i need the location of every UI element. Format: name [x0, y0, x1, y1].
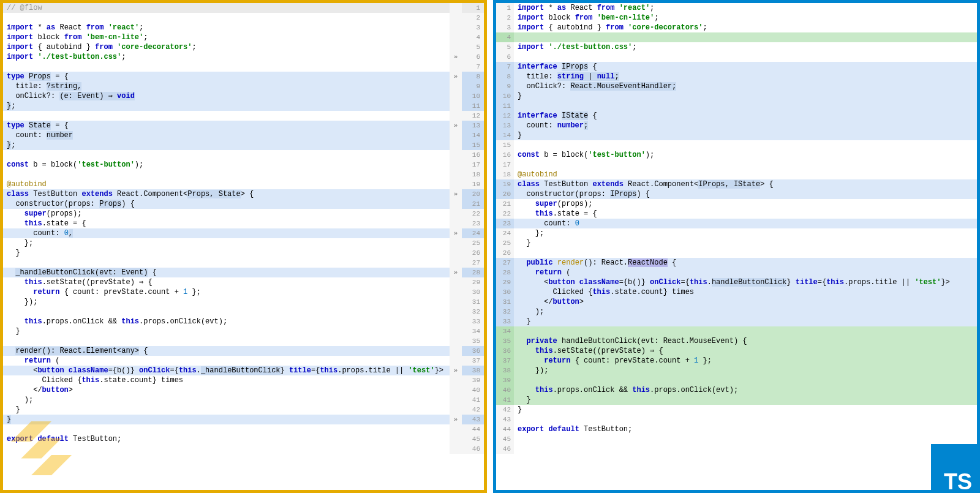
code-line[interactable]: 18@autobind [496, 170, 977, 179]
code-line[interactable]: 18 [3, 170, 484, 179]
fold-indicator[interactable] [450, 209, 462, 219]
line-number[interactable]: 10 [462, 91, 484, 101]
fold-indicator[interactable] [450, 219, 462, 228]
code-line[interactable]: });31 [3, 297, 484, 307]
line-number[interactable]: 19 [462, 179, 484, 189]
line-number[interactable]: 17 [496, 160, 514, 170]
code-line[interactable]: 17 [496, 160, 977, 170]
fold-indicator[interactable] [450, 248, 462, 258]
code-line[interactable]: 14} [496, 130, 977, 140]
code-line[interactable]: );41 [3, 395, 484, 405]
fold-indicator[interactable] [450, 336, 462, 346]
line-number[interactable]: 22 [462, 209, 484, 219]
line-number[interactable]: 31 [462, 297, 484, 307]
line-number[interactable]: 42 [496, 405, 514, 415]
code-line[interactable]: onClick?: (e: Event) ⇒ void10 [3, 91, 484, 101]
line-number[interactable]: 41 [462, 395, 484, 405]
line-number[interactable]: 7 [462, 62, 484, 72]
code-line[interactable]: 38 }); [496, 366, 977, 375]
code-line[interactable]: @autobind19 [3, 179, 484, 189]
fold-indicator[interactable] [450, 13, 462, 23]
code-line[interactable]: render(): React.Element<any> {36 [3, 346, 484, 356]
editor-right[interactable]: 1import * as React from 'react';2import … [496, 3, 977, 490]
code-line[interactable]: 43 [496, 415, 977, 424]
fold-indicator[interactable] [450, 356, 462, 366]
line-number[interactable]: 14 [496, 130, 514, 140]
code-line[interactable]: class TestButton extends React.Component… [3, 189, 484, 199]
line-number[interactable]: 32 [496, 307, 514, 317]
code-line[interactable]: 2 [3, 13, 484, 23]
code-line[interactable]: 44 [3, 424, 484, 434]
fold-indicator[interactable] [450, 32, 462, 42]
code-line[interactable]: }42 [3, 405, 484, 415]
line-number[interactable]: 9 [462, 81, 484, 91]
line-number[interactable]: 9 [496, 81, 514, 91]
line-number[interactable]: 3 [462, 23, 484, 32]
code-line[interactable]: 27 [3, 258, 484, 268]
line-number[interactable]: 12 [462, 111, 484, 121]
line-number[interactable]: 27 [462, 258, 484, 268]
code-line[interactable]: import './test-button.css';»6 [3, 52, 484, 62]
line-number[interactable]: 1 [462, 3, 484, 13]
line-number[interactable]: 36 [462, 346, 484, 356]
code-line[interactable]: return { count: prevState.count + 1 };30 [3, 287, 484, 297]
line-number[interactable]: 4 [496, 32, 514, 42]
fold-indicator[interactable]: » [450, 366, 462, 375]
code-line[interactable]: };11 [3, 101, 484, 111]
code-line[interactable]: 33 } [496, 317, 977, 326]
code-line[interactable]: type Props = {»8 [3, 72, 484, 81]
line-number[interactable]: 16 [496, 150, 514, 160]
code-line[interactable]: 13 count: number; [496, 121, 977, 130]
fold-indicator[interactable] [450, 62, 462, 72]
fold-indicator[interactable] [450, 395, 462, 405]
line-number[interactable]: 11 [462, 101, 484, 111]
code-line[interactable]: 1import * as React from 'react'; [496, 3, 977, 13]
code-line[interactable]: return (37 [3, 356, 484, 366]
fold-indicator[interactable] [450, 385, 462, 395]
line-number[interactable]: 23 [496, 219, 514, 228]
line-number[interactable]: 15 [462, 140, 484, 150]
code-line[interactable]: constructor(props: Props) {21 [3, 199, 484, 209]
code-line[interactable]: 24 }; [496, 228, 977, 238]
fold-indicator[interactable]: » [450, 121, 462, 130]
fold-indicator[interactable] [450, 424, 462, 434]
code-line[interactable]: 12interface IState { [496, 111, 977, 121]
line-number[interactable]: 36 [496, 346, 514, 356]
line-number[interactable]: 33 [462, 317, 484, 326]
code-line[interactable]: 12 [3, 111, 484, 121]
line-number[interactable]: 26 [496, 248, 514, 258]
code-line[interactable]: 35 private handleButtonClick(evt: React.… [496, 336, 977, 346]
line-number[interactable]: 37 [462, 356, 484, 366]
line-number[interactable]: 20 [462, 189, 484, 199]
line-number[interactable]: 34 [496, 326, 514, 336]
line-number[interactable]: 15 [496, 140, 514, 150]
line-number[interactable]: 4 [462, 32, 484, 42]
fold-indicator[interactable] [450, 199, 462, 209]
code-line[interactable]: title: ?string,9 [3, 81, 484, 91]
code-line[interactable]: };25 [3, 238, 484, 248]
code-line[interactable]: 32 [3, 307, 484, 317]
line-number[interactable]: 10 [496, 91, 514, 101]
code-line[interactable]: // @flow1 [3, 3, 484, 13]
line-number[interactable]: 40 [462, 385, 484, 395]
line-number[interactable]: 11 [496, 101, 514, 111]
fold-indicator[interactable] [450, 307, 462, 317]
code-line[interactable]: const b = block('test-button');17 [3, 160, 484, 170]
code-line[interactable]: 36 this.setState((prevState) ⇒ { [496, 346, 977, 356]
code-line[interactable]: 44export default TestButton; [496, 424, 977, 434]
code-line[interactable]: 20 constructor(props: IProps) { [496, 189, 977, 199]
fold-indicator[interactable] [450, 444, 462, 454]
code-line[interactable]: 2import block from 'bem-cn-lite'; [496, 13, 977, 23]
code-line[interactable]: this.setState((prevState) ⇒ {29 [3, 277, 484, 287]
fold-indicator[interactable] [450, 3, 462, 13]
line-number[interactable]: 24 [496, 228, 514, 238]
fold-indicator[interactable]: » [450, 52, 462, 62]
code-line[interactable]: 4 [496, 32, 977, 42]
code-line[interactable]: 32 ); [496, 307, 977, 317]
line-number[interactable]: 18 [496, 170, 514, 179]
line-number[interactable]: 22 [496, 209, 514, 219]
line-number[interactable]: 25 [462, 238, 484, 248]
line-number[interactable]: 35 [496, 336, 514, 346]
code-line[interactable]: 25 } [496, 238, 977, 248]
fold-indicator[interactable] [450, 179, 462, 189]
